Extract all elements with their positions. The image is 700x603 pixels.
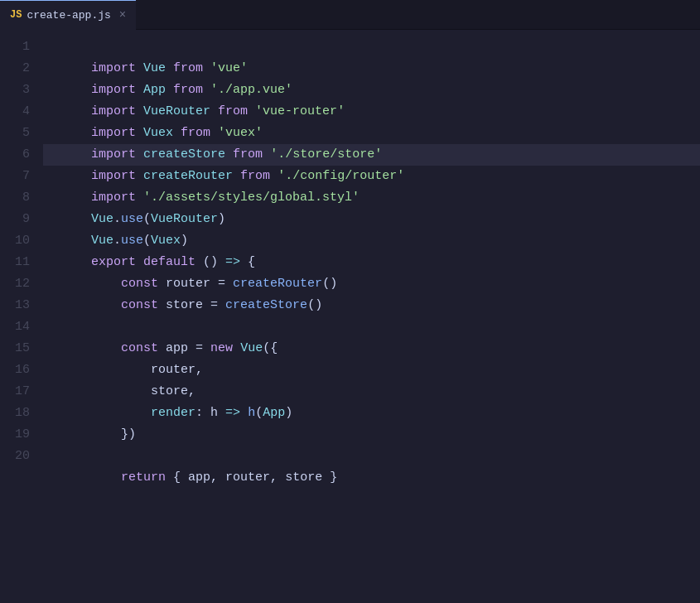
- code-line-1: import Vue from 'vue': [43, 36, 700, 58]
- line-numbers: 1 2 3 4 5 6 7 8 9 10 11 12 13 14 15 16 1…: [0, 30, 43, 603]
- line-num-8: 8: [7, 187, 30, 209]
- code-line-20: return { app, router, store }: [43, 446, 700, 467]
- line-num-11: 11: [7, 252, 30, 273]
- line-num-7: 7: [7, 166, 30, 187]
- line-num-13: 13: [7, 295, 30, 316]
- line-num-3: 3: [7, 80, 30, 101]
- line-num-18: 18: [7, 403, 30, 424]
- line-num-17: 17: [7, 381, 30, 403]
- line-num-19: 19: [7, 424, 30, 446]
- line-num-6: 6: [7, 144, 30, 166]
- line-num-12: 12: [7, 273, 30, 295]
- code-line-14: const app = new Vue({: [43, 316, 700, 338]
- line-num-20: 20: [7, 446, 30, 467]
- line-num-1: 1: [7, 36, 30, 58]
- tab-close-icon[interactable]: ×: [119, 8, 126, 22]
- tab-create-app[interactable]: JS create-app.js ×: [0, 0, 136, 30]
- code-line-19: [43, 424, 700, 446]
- line-num-15: 15: [7, 338, 30, 359]
- tab-icon: JS: [10, 9, 22, 21]
- editor-container: 1 2 3 4 5 6 7 8 9 10 11 12 13 14 15 16 1…: [0, 30, 700, 603]
- line-num-14: 14: [7, 316, 30, 338]
- line-num-10: 10: [7, 230, 30, 252]
- tab-bar: JS create-app.js ×: [0, 0, 700, 30]
- line-num-16: 16: [7, 359, 30, 381]
- tab-label: create-app.js: [27, 9, 110, 22]
- line-num-4: 4: [7, 101, 30, 123]
- line-num-9: 9: [7, 209, 30, 230]
- line-num-5: 5: [7, 123, 30, 144]
- line-num-2: 2: [7, 58, 30, 80]
- code-area[interactable]: import Vue from 'vue' import App from '.…: [43, 30, 700, 603]
